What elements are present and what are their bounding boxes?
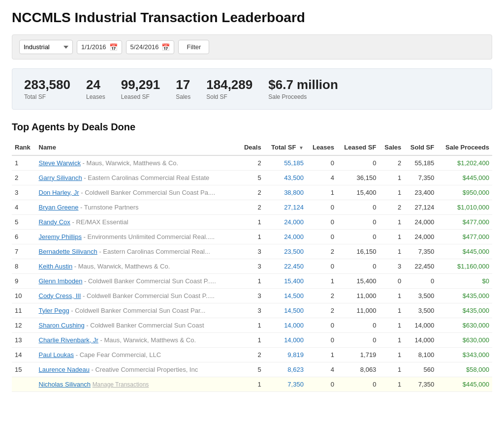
manage-transactions-link[interactable]: Manage Transactions [93,381,149,388]
sale-proceeds-value: $477,000 [463,233,489,240]
cell-leases: 0 [307,259,337,273]
cell-deals: 5 [239,170,264,185]
cell-sales: 1 [379,229,404,244]
cell-total-sf: 38,800 [264,185,307,200]
agent-name-link[interactable]: Don Harley, Jr [39,189,79,196]
agent-company: - Coldwell Banker Commercial Sun Coast P… [81,189,215,196]
agent-company: - Coldwell Banker Commercial Sun Coast P… [84,277,216,285]
table-row: 10Cody Cress, III - Coldwell Banker Comm… [12,288,492,303]
cell-total-sf: 22,450 [264,259,307,273]
stat-item-5: $6.7 millionSale Proceeds [268,78,338,100]
cell-name: Don Harley, Jr - Coldwell Banker Commerc… [36,185,239,200]
col-header-sales: Sales [379,140,404,155]
table-row: 9Glenn Imboden - Coldwell Banker Commerc… [12,273,492,288]
agent-name-link[interactable]: Charlie Rivenbark, Jr [39,336,98,344]
agent-name-link[interactable]: Steve Warwick [39,159,81,167]
stat-label-0: Total SF [24,93,70,100]
total-sf-value: 7,350 [287,381,304,388]
cell-sold-sf: 14,000 [404,332,437,347]
page-title: NCCMLS Industrial Transaction Leaderboar… [12,10,492,26]
cell-sold-sf: 7,350 [404,377,437,391]
cell-name: Cody Cress, III - Coldwell Banker Commer… [36,288,239,303]
cell-leases: 0 [307,155,337,171]
cell-leased-sf: 0 [337,377,379,391]
cell-name: Tyler Pegg - Coldwell Banker Commercial … [36,303,239,318]
cell-leased-sf: 1,719 [337,347,379,362]
cell-leased-sf: 15,400 [337,185,379,200]
cell-leases: 2 [307,288,337,303]
cell-sales: 1 [379,185,404,200]
agent-name-link[interactable]: Keith Austin [39,263,73,270]
cell-total-sf: 14,000 [264,318,307,332]
cell-leased-sf: 0 [337,155,379,171]
cell-rank: 15 [12,362,36,377]
sale-proceeds-value: $0 [482,277,489,285]
col-header-total_sf[interactable]: Total SF ▼ [264,140,307,155]
col-header-leased_sf: Leased SF [337,140,379,155]
cell-sale-proceeds: $630,000 [437,332,492,347]
cell-sale-proceeds: $1,010,000 [437,200,492,214]
cell-name: Bryan Greene - Turnstone Partners [36,200,239,214]
total-sf-value: 23,500 [284,248,304,255]
cell-total-sf: 23,500 [264,244,307,259]
table-row: 7Bernadette Silivanch - Eastern Carolina… [12,244,492,259]
agent-company: - RE/MAX Essential [72,218,128,226]
cell-total-sf: 14,500 [264,303,307,318]
agent-name-link[interactable]: Tyler Pegg [39,307,69,314]
agent-name-link[interactable]: Laurence Nadeau [39,366,90,373]
table-row: 4Bryan Greene - Turnstone Partners227,12… [12,200,492,214]
agent-name-link[interactable]: Nicholas Silivanch [39,381,91,388]
agent-company: - Coldwell Banker Commercial Sun Coast P… [83,292,215,299]
cell-rank: 10 [12,288,36,303]
stat-value-0: 283,580 [24,78,70,92]
calendar-icon-from: 📅 [109,43,118,51]
table-row: 12Sharon Cushing - Coldwell Banker Comme… [12,318,492,332]
stat-item-4: 184,289Sold SF [206,78,252,100]
cell-sold-sf: 55,185 [404,155,437,171]
cell-deals: 1 [239,377,264,391]
cell-name: Charlie Rivenbark, Jr - Maus, Warwick, M… [36,332,239,347]
cell-deals: 2 [239,155,264,171]
table-row: 8Keith Austin - Maus, Warwick, Matthews … [12,259,492,273]
cell-rank: 6 [12,229,36,244]
cell-deals: 2 [239,185,264,200]
filter-button[interactable]: Filter [178,40,209,54]
col-header-leases: Leases [307,140,337,155]
total-sf-value: 15,400 [284,277,304,285]
cell-sale-proceeds: $445,000 [437,244,492,259]
type-select[interactable]: Industrial Office Retail Land Multi-Fami… [19,40,73,54]
cell-name: Nicholas Silivanch Manage Transactions [36,377,239,391]
cell-leased-sf: 16,150 [337,244,379,259]
stat-item-1: 24Leases [86,78,105,100]
stat-label-5: Sale Proceeds [268,93,338,100]
cell-total-sf: 55,185 [264,155,307,171]
agent-name-link[interactable]: Jeremy Phillips [39,233,82,240]
filter-bar: Industrial Office Retail Land Multi-Fami… [12,34,492,60]
agent-company: - Maus, Warwick, Matthews & Co. [74,263,170,270]
total-sf-value: 24,000 [284,233,304,240]
cell-sales: 1 [379,288,404,303]
cell-leased-sf: 0 [337,259,379,273]
cell-leases: 1 [307,185,337,200]
agent-name-link[interactable]: Garry Silivanch [39,174,82,181]
cell-deals: 2 [239,200,264,214]
stats-bar: 283,580Total SF24Leases99,291Leased SF17… [12,68,492,110]
cell-rank: 3 [12,185,36,200]
section-title: Top Agents by Deals Done [12,121,492,133]
agent-name-link[interactable]: Sharon Cushing [39,322,85,329]
cell-name: Bernadette Silivanch - Eastern Carolinas… [36,244,239,259]
cell-leased-sf: 11,000 [337,303,379,318]
cell-sold-sf: 8,100 [404,347,437,362]
agent-name-link[interactable]: Bryan Greene [39,204,79,211]
agent-name-link[interactable]: Bernadette Silivanch [39,248,97,255]
stat-value-3: 17 [176,78,190,92]
agent-name-link[interactable]: Randy Cox [39,218,70,226]
leaderboard-table: RankNameDealsTotal SF ▼LeasesLeased SFSa… [12,140,492,392]
cell-leased-sf: 11,000 [337,288,379,303]
agent-name-link[interactable]: Cody Cress, III [39,292,81,299]
agent-name-link[interactable]: Glenn Imboden [39,277,83,285]
agent-name-link[interactable]: Paul Loukas [39,351,74,358]
cell-name: Sharon Cushing - Coldwell Banker Commerc… [36,318,239,332]
total-sf-value: 8,623 [287,366,304,373]
agent-company: - Turnstone Partners [80,204,139,211]
